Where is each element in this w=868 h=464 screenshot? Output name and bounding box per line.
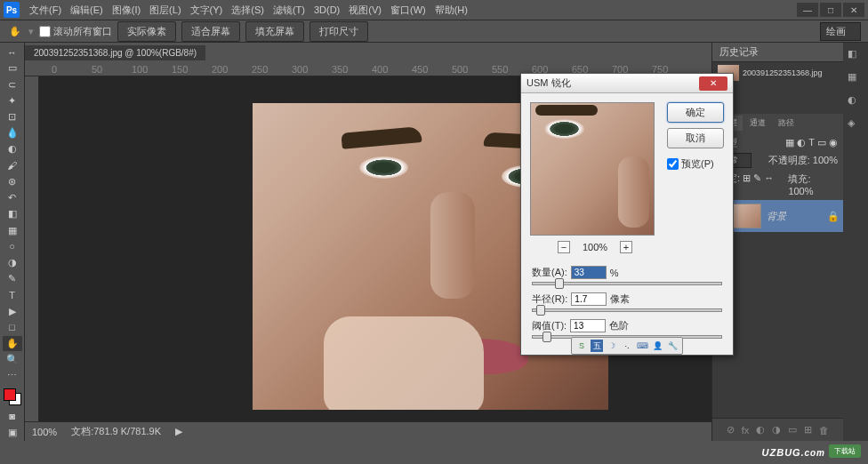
ime-keyboard-icon[interactable]: ⌨ [636,340,648,352]
move-tool[interactable]: ↔ [3,44,22,60]
dropdown-icon[interactable]: ▾ [28,26,34,37]
filter-type-icon[interactable]: T [808,137,815,148]
zoom-percent: 100% [583,242,607,252]
healing-brush-tool[interactable]: ◐ [3,141,22,156]
path-select-tool[interactable]: ▶ [3,304,22,319]
app-logo: Ps [4,2,20,18]
menu-window[interactable]: 窗口(W) [386,2,430,19]
marquee-tool[interactable]: ▭ [3,60,22,76]
menu-file[interactable]: 文件(F) [25,2,66,19]
crop-tool[interactable]: ⊡ [3,109,22,124]
preview-checkbox[interactable]: 预览(P) [667,157,724,171]
radius-input[interactable] [571,292,607,306]
history-panel-tab[interactable]: 历史记录 [712,43,843,62]
menu-image[interactable]: 图像(I) [108,2,145,19]
menu-help[interactable]: 帮助(H) [430,2,472,19]
eraser-tool[interactable]: ◧ [3,206,22,221]
fill-screen-button[interactable]: 填充屏幕 [245,21,304,42]
zoom-level[interactable]: 100% [32,427,57,437]
vertical-ruler [25,76,39,421]
dock-styles-icon[interactable]: ◈ [848,117,864,133]
actual-pixels-button[interactable]: 实际像素 [117,21,176,42]
filter-pixel-icon[interactable]: ▦ [785,137,794,148]
magic-wand-tool[interactable]: ✦ [3,93,22,108]
status-arrow-icon[interactable]: ▶ [175,426,182,437]
color-swatch[interactable] [4,388,21,405]
fit-screen-button[interactable]: 适合屏幕 [181,21,240,42]
radius-slider[interactable] [532,308,722,312]
quick-mask-icon[interactable]: ◙ [3,409,22,424]
print-size-button[interactable]: 打印尺寸 [309,21,368,42]
blur-tool[interactable]: ○ [3,239,22,254]
ime-toolbar[interactable]: S 五 ☽ ·. ⌨ 👤 🔧 [571,337,683,355]
ok-button[interactable]: 确定 [667,102,724,123]
dock-color-icon[interactable]: ◧ [848,48,864,64]
radius-unit: 像素 [610,292,630,306]
document-tab[interactable]: 200391252351368.jpg @ 100%(RGB/8#) [25,45,205,60]
paths-tab[interactable]: 路径 [773,116,800,131]
new-layer-icon[interactable]: ⊞ [804,424,812,436]
edit-toolbar-icon[interactable]: ⋯ [3,368,22,383]
zoom-out-button[interactable]: − [558,241,570,253]
eyedropper-tool[interactable]: 💧 [3,125,22,140]
dodge-tool[interactable]: ◑ [3,255,22,270]
menu-layer[interactable]: 图层(L) [145,2,185,19]
fill-value[interactable]: 100% [788,186,813,196]
brush-tool[interactable]: 🖌 [3,158,22,173]
layer-mask-icon[interactable]: ◐ [756,424,765,436]
link-layers-icon[interactable]: ⊘ [727,424,735,436]
opacity-value[interactable]: 100% [813,155,838,165]
amount-input[interactable] [571,266,607,279]
hand-tool[interactable]: ✋ [3,336,22,351]
window-maximize-button[interactable]: □ [820,3,841,17]
cancel-button[interactable]: 取消 [667,128,724,148]
pen-tool[interactable]: ✎ [3,271,22,286]
ime-dot-icon[interactable]: ·. [621,340,633,352]
shape-tool[interactable]: □ [3,320,22,335]
ime-moon-icon[interactable]: ☽ [606,340,618,352]
amount-slider[interactable] [532,282,722,285]
ime-wu-icon[interactable]: 五 [591,340,603,352]
dock-adjustments-icon[interactable]: ◐ [848,94,864,110]
filter-smart-icon[interactable]: ◉ [829,137,838,148]
dialog-titlebar[interactable]: USM 锐化 ✕ [521,74,733,93]
delete-layer-icon[interactable]: 🗑 [819,425,829,436]
menu-edit[interactable]: 编辑(E) [66,2,108,19]
zoom-tool[interactable]: 🔍 [3,352,22,367]
options-bar: ✋ ▾ 滚动所有窗口 实际像素 适合屏幕 填充屏幕 打印尺寸 绘画 [0,20,868,43]
menu-view[interactable]: 视图(V) [344,2,386,19]
screen-mode-icon[interactable]: ▣ [3,425,22,440]
filter-adjust-icon[interactable]: ◐ [797,137,806,148]
radius-label: 半径(R): [532,292,567,306]
ime-person-icon[interactable]: 👤 [651,340,663,352]
menu-3d[interactable]: 3D(D) [309,3,344,17]
dialog-close-button[interactable]: ✕ [699,76,727,91]
type-tool[interactable]: T [3,287,22,302]
ime-switch-icon[interactable]: S [575,340,588,352]
group-icon[interactable]: ▭ [788,424,797,436]
scroll-all-checkbox[interactable]: 滚动所有窗口 [39,25,112,38]
document-tabs: 200391252351368.jpg @ 100%(RGB/8#) [25,43,711,62]
history-brush-tool[interactable]: ↶ [3,190,22,205]
clone-stamp-tool[interactable]: ⊛ [3,174,22,189]
lasso-tool[interactable]: ⊂ [3,76,22,92]
channels-tab[interactable]: 通道 [744,116,771,131]
lock-icon: 🔒 [827,211,838,221]
zoom-in-button[interactable]: + [620,241,632,253]
layer-fx-icon[interactable]: fx [742,425,750,436]
filter-shape-icon[interactable]: ▭ [817,137,826,148]
workspace-select[interactable]: 绘画 [820,22,861,41]
menu-select[interactable]: 选择(S) [227,2,269,19]
dock-swatches-icon[interactable]: ▦ [848,71,864,87]
gradient-tool[interactable]: ▦ [3,222,22,237]
ime-wrench-icon[interactable]: 🔧 [666,340,679,352]
menu-filter[interactable]: 滤镜(T) [269,2,309,19]
fill-label: 填充: [788,173,810,184]
window-minimize-button[interactable]: — [797,3,818,17]
adjustment-layer-icon[interactable]: ◑ [772,424,781,436]
dialog-preview[interactable] [530,102,655,236]
toolbox: ↔ ▭ ⊂ ✦ ⊡ 💧 ◐ 🖌 ⊛ ↶ ◧ ▦ ○ ◑ ✎ T ▶ □ ✋ 🔍 … [0,43,25,441]
menu-type[interactable]: 文字(Y) [186,2,228,19]
window-close-button[interactable]: ✕ [843,3,864,17]
threshold-input[interactable] [570,319,606,332]
